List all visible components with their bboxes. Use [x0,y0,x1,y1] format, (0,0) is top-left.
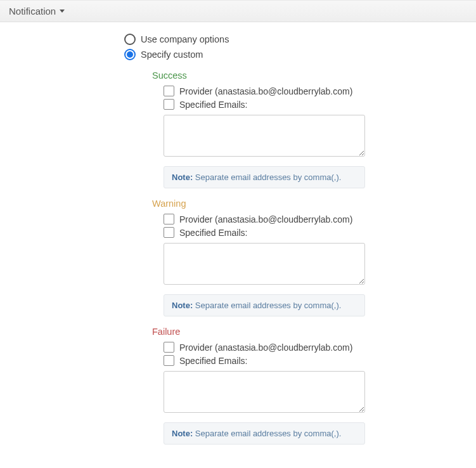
checkbox-warning-provider[interactable]: Provider (anastasia.bo@cloudberrylab.com… [164,214,368,224]
section-warning-title: Warning [152,198,368,209]
chevron-down-icon [60,10,65,13]
radio-use-company-label: Use company options [141,34,229,44]
checkbox-warning-provider-label: Provider (anastasia.bo@cloudberrylab.com… [179,214,352,224]
radio-icon [124,49,136,60]
radio-icon [124,34,136,45]
notification-content: Use company options Specify custom Succe… [0,22,476,460]
failure-emails-input[interactable] [164,371,365,413]
checkbox-icon [164,342,174,353]
note-text: Separate email addresses by comma(,). [195,301,341,310]
checkbox-icon [164,355,174,366]
section-success: Success Provider (anastasia.bo@cloudberr… [152,70,368,188]
section-failure-title: Failure [152,327,368,337]
notification-header[interactable]: Notification [0,0,476,22]
checkbox-icon [164,86,174,96]
checkbox-warning-specified-emails-label: Specified Emails: [179,228,247,238]
note-text: Separate email addresses by comma(,). [195,429,341,438]
success-emails-input[interactable] [164,115,365,157]
radio-use-company-options[interactable]: Use company options [124,34,476,45]
success-note: Note: Separate email addresses by comma(… [164,166,365,188]
section-failure: Failure Provider (anastasia.bo@cloudberr… [152,327,368,445]
section-success-body: Provider (anastasia.bo@cloudberrylab.com… [164,86,368,188]
checkbox-failure-specified-emails[interactable]: Specified Emails: [164,355,368,366]
radio-specify-custom-label: Specify custom [141,49,203,60]
section-failure-body: Provider (anastasia.bo@cloudberrylab.com… [164,342,368,445]
failure-note: Note: Separate email addresses by comma(… [164,422,365,445]
note-text: Separate email addresses by comma(,). [195,172,341,182]
checkbox-success-provider[interactable]: Provider (anastasia.bo@cloudberrylab.com… [164,86,368,96]
checkbox-success-specified-emails[interactable]: Specified Emails: [164,99,368,110]
checkbox-success-specified-emails-label: Specified Emails: [179,100,247,110]
section-success-title: Success [152,70,368,81]
section-warning: Warning Provider (anastasia.bo@cloudberr… [152,198,368,316]
checkbox-icon [164,227,174,238]
checkbox-success-provider-label: Provider (anastasia.bo@cloudberrylab.com… [179,86,352,96]
checkbox-warning-specified-emails[interactable]: Specified Emails: [164,227,368,238]
notification-header-title: Notification [9,6,56,16]
warning-emails-input[interactable] [164,243,365,285]
note-label: Note: [172,172,193,182]
checkbox-icon [164,99,174,110]
note-label: Note: [172,429,193,438]
radio-specify-custom[interactable]: Specify custom [124,49,476,60]
note-label: Note: [172,301,193,310]
warning-note: Note: Separate email addresses by comma(… [164,294,365,316]
checkbox-failure-provider[interactable]: Provider (anastasia.bo@cloudberrylab.com… [164,342,368,353]
checkbox-failure-specified-emails-label: Specified Emails: [179,356,247,366]
section-warning-body: Provider (anastasia.bo@cloudberrylab.com… [164,214,368,316]
checkbox-icon [164,214,174,224]
checkbox-failure-provider-label: Provider (anastasia.bo@cloudberrylab.com… [179,342,352,353]
